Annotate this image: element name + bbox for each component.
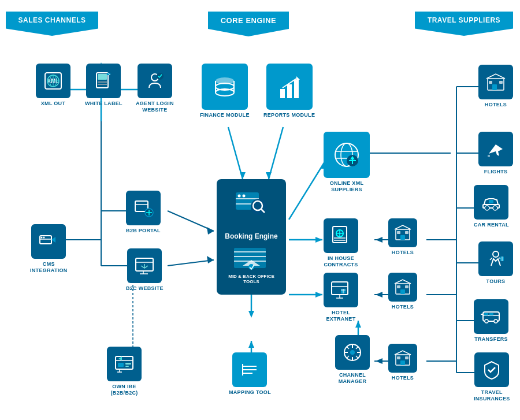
- booking-engine-label: Booking Engine: [225, 232, 277, 240]
- svg-marker-38: [376, 292, 382, 298]
- hotels-supplier-box: HOTELS: [478, 65, 513, 108]
- hotels-middle3-icon: [388, 344, 417, 373]
- car-rental-supplier-box: CAR RENTAL: [474, 185, 509, 228]
- xml-out-label: XML OUT: [41, 101, 65, 107]
- svg-rect-140: [489, 200, 493, 203]
- cms-integration-box: CMS INTEGRATION: [30, 224, 68, 274]
- svg-rect-55: [98, 74, 107, 80]
- b2b-portal-icon: [126, 191, 161, 225]
- hotel-extranet-label: HOTEL EXTRANET: [326, 310, 356, 322]
- svg-rect-76: [125, 363, 131, 365]
- mapping-tool-icon: [232, 352, 267, 387]
- transfers-supplier-icon: [474, 299, 508, 334]
- white-label-icon: [86, 64, 121, 98]
- reports-module-icon: [266, 64, 313, 110]
- svg-rect-132: [405, 356, 408, 359]
- xml-out-icon: XML: [36, 64, 70, 98]
- svg-line-15: [269, 127, 283, 179]
- b2c-website-icon: [127, 248, 162, 283]
- svg-point-92: [238, 195, 241, 198]
- svg-point-72: [43, 237, 45, 239]
- hotels-middle3-label: HOTELS: [392, 375, 414, 381]
- svg-rect-119: [405, 231, 408, 234]
- svg-point-145: [485, 319, 488, 323]
- svg-marker-33: [376, 237, 382, 243]
- car-rental-supplier-icon: [474, 185, 508, 220]
- agent-login-icon: [138, 64, 172, 98]
- b2b-portal-box: B2B PORTAL: [126, 191, 161, 234]
- svg-rect-147: [484, 313, 488, 315]
- svg-rect-124: [400, 289, 405, 294]
- mapping-tool-label: MAPPING TOOL: [229, 389, 271, 396]
- in-house-contracts-label: IN HOUSE CONTRACTS: [324, 255, 358, 268]
- svg-rect-117: [400, 235, 405, 240]
- core-engine-banner: CORE ENGINE: [208, 12, 289, 36]
- travel-insurances-supplier-icon: [474, 352, 509, 387]
- svg-rect-135: [489, 81, 492, 84]
- reports-module-label: REPORTS MODULE: [263, 112, 315, 118]
- hotels-middle2-label: HOTELS: [392, 304, 414, 310]
- own-ibe-icon: [107, 347, 142, 381]
- sales-channels-banner: SALES CHANNELS: [6, 12, 98, 36]
- flights-supplier-icon: [478, 132, 513, 166]
- hotels-middle1-box: HOTELS: [388, 218, 417, 256]
- flights-supplier-label: FLIGHTS: [484, 169, 508, 175]
- hotel-extranet-icon: [324, 273, 358, 307]
- online-xml-suppliers-label: ONLINE XML SUPPLIERS: [330, 180, 364, 193]
- travel-suppliers-banner: TRAVEL SUPPLIERS: [415, 12, 513, 36]
- b2b-portal-label: B2B PORTAL: [126, 228, 161, 234]
- svg-point-141: [493, 251, 499, 257]
- cms-integration-icon: [31, 224, 66, 259]
- svg-point-71: [41, 237, 43, 239]
- svg-point-128: [350, 350, 355, 355]
- car-rental-supplier-label: CAR RENTAL: [474, 222, 509, 228]
- svg-marker-31: [315, 237, 322, 243]
- mid-back-office-label: MID & BACK OFFICE TOOLS: [222, 274, 280, 284]
- b2c-website-label: B2C WEBSITE: [126, 285, 164, 292]
- svg-marker-16: [266, 172, 272, 179]
- agent-login-box: AGENT LOGIN WEBSITE: [136, 64, 174, 113]
- svg-point-139: [493, 206, 497, 210]
- hotels-middle2-box: HOTELS: [388, 273, 417, 310]
- tours-supplier-box: TOURS: [478, 241, 513, 285]
- travel-insurances-supplier-box: TRAVEL INSURANCES: [474, 352, 510, 402]
- svg-rect-87: [294, 80, 299, 98]
- svg-marker-88: [296, 76, 300, 80]
- white-label-label: WHITE LABEL: [85, 101, 122, 107]
- svg-rect-86: [287, 84, 292, 98]
- svg-rect-125: [397, 285, 400, 288]
- channel-manager-icon: [335, 335, 370, 370]
- online-xml-suppliers-box: ONLINE XML SUPPLIERS: [324, 132, 370, 193]
- white-label-box: WHITE LABEL: [85, 64, 122, 107]
- hotels-middle2-icon: [388, 273, 417, 302]
- svg-point-146: [494, 319, 497, 323]
- svg-marker-14: [240, 172, 246, 179]
- svg-line-19: [289, 162, 325, 220]
- transfers-supplier-label: TRANSFERS: [474, 336, 508, 343]
- svg-rect-126: [405, 285, 408, 288]
- svg-line-11: [168, 260, 214, 266]
- hotels-middle3-box: HOTELS: [388, 344, 417, 381]
- svg-line-13: [228, 127, 243, 179]
- hotels-middle1-icon: [388, 218, 417, 247]
- in-house-contracts-box: IN HOUSE CONTRACTS: [324, 218, 358, 268]
- svg-rect-130: [400, 360, 405, 365]
- svg-rect-85: [280, 89, 285, 98]
- svg-rect-77: [125, 366, 129, 367]
- own-ibe-label: OWN IBE (B2B/B2C): [110, 384, 138, 396]
- hotels-supplier-label: HOTELS: [485, 102, 507, 108]
- travel-insurances-supplier-label: TRAVEL INSURANCES: [474, 389, 510, 402]
- svg-marker-46: [248, 341, 254, 348]
- xml-out-box: XML XML OUT: [36, 64, 70, 107]
- svg-marker-18: [248, 311, 254, 318]
- svg-rect-134: [492, 84, 497, 90]
- svg-point-84: [216, 77, 234, 84]
- in-house-contracts-icon: [324, 218, 358, 253]
- svg-point-138: [485, 206, 489, 210]
- tours-supplier-label: TOURS: [486, 278, 506, 285]
- tours-supplier-icon: [478, 241, 513, 276]
- svg-marker-43: [376, 358, 382, 364]
- hotel-extranet-box: HOTEL EXTRANET: [324, 273, 358, 322]
- finance-module-label: FINANCE MODULE: [200, 112, 250, 118]
- svg-rect-118: [397, 231, 400, 234]
